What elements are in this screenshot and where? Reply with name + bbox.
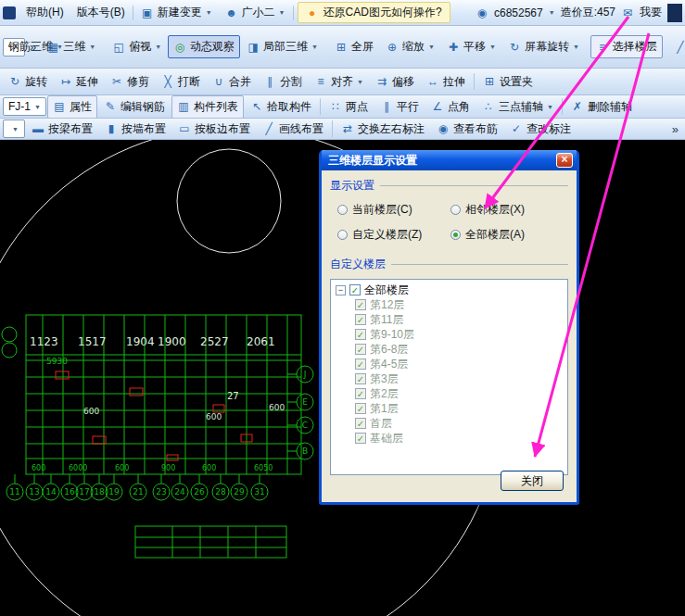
tree-floor-item[interactable]: ✓ 第11层 [336,312,567,327]
toolbar-separator [320,98,321,115]
menu-more[interactable]: 我要 [640,5,662,20]
toolbar-button[interactable]: ∷ 两点 [323,95,374,119]
toolbar-button[interactable]: ∠ 点角 [425,95,476,119]
toolbar-button[interactable]: ⇉ 偏移 [370,70,420,94]
toolbar-button[interactable]: ∥ 分割 [258,70,308,94]
toolbar-button[interactable]: ▦ 三维 ▼ [41,35,101,58]
tree-floor-item[interactable]: ✓ 第6-8层 [336,342,567,357]
tree-floor-item[interactable]: ✓ 第4-5层 [336,357,567,371]
toolbar-button[interactable]: ▭ 按板边布置 [172,119,256,140]
plan-red-marks [56,371,252,460]
toolbar-button[interactable]: ✓ 查改标注 [504,119,577,140]
radio-option[interactable]: 相邻楼层(X) [450,202,564,218]
toolbar-button[interactable]: ◉ 查看布筋 [431,119,503,140]
radio-option[interactable]: 自定义楼层(Z) [337,227,450,243]
dim-label: 1904 [126,335,155,348]
points-badge[interactable]: 造价豆:457 [561,5,615,20]
pick-component-icon: ↖ [250,101,263,112]
tree-floor-item[interactable]: ✓ 第1层 [336,401,567,416]
toolbar-button[interactable]: ∴ 三点辅轴 ▼ [476,95,559,119]
toolbar-button[interactable]: ▤ 属性 [47,95,97,119]
dim-label: 600 [269,403,285,412]
toolbar-button[interactable]: ⇄ 交换左右标注 [336,119,430,140]
checkbox-checked-icon: ✓ [355,358,366,370]
toolbar-button[interactable]: ◱ 俯视 ▼ [107,35,167,58]
tree-floor-item[interactable]: ✓ 第3层 [336,371,567,386]
toolbar-button[interactable]: ▬ 按梁布置 [26,119,98,140]
toolbar-button[interactable]: ↻ 旋转 [3,70,53,94]
toolbar-button[interactable]: ∥ 平行 [374,95,425,119]
toolbar-overflow-chevron[interactable]: » [668,122,682,136]
radio-option[interactable]: 全部楼层(A) [450,227,564,243]
placement-combo[interactable]: ▼ [3,119,25,138]
trim-icon: ✂ [110,76,123,87]
close-button[interactable]: 关闭 [501,471,564,491]
tree-floor-item[interactable]: ✓ 基础层 [336,431,567,446]
toolbar-button[interactable]: ◨ 局部三维 ▼ [241,35,323,58]
toolbar-button[interactable]: ⊞ 设置夹 [477,70,539,94]
toolbar-button[interactable]: ≡ 对齐 ▼ [309,70,369,94]
toolbar-overflow-chevron[interactable]: » [26,40,40,54]
radio-option[interactable]: 当前楼层(C) [337,202,450,218]
dim-label: 600 [202,464,216,472]
checkbox-checked-icon: ✓ [355,373,366,384]
zoom-icon: ⊕ [386,42,399,53]
help-notification[interactable]: ● 还原CAD图元如何操作? [298,2,450,23]
chevron-down-icon[interactable]: ▼ [549,9,555,16]
toolbar-button[interactable]: ↻ 屏幕旋转 ▼ [502,35,585,58]
tree-floor-item[interactable]: ✓ 首层 [336,416,567,431]
toolbar-button[interactable]: ╱ 线 [668,35,685,58]
toolbar-button[interactable]: ↖ 拾取构件 [245,95,317,119]
checkbox-checked-icon[interactable]: ✓ [349,284,361,295]
collapse-icon[interactable]: − [336,285,346,295]
rotate-icon: ↻ [8,76,21,87]
toolbar-button[interactable]: ∪ 合并 [207,70,257,94]
tree-floor-item[interactable]: ✓ 第2层 [336,386,567,401]
floor-display-dialog: 三维楼层显示设置 × 显示设置 当前楼层(C) 相邻楼层(X) [319,150,579,505]
menu-item[interactable]: 版本号(B) [71,2,131,23]
toolbar-button[interactable]: ↔ 拉伸 [421,70,471,94]
component-type-value: FJ-1 [8,100,31,113]
rebar-3d-combo[interactable]: 钢筋三维 ▼ [3,38,25,57]
checkbox-checked-icon: ✓ [355,329,366,340]
toolbar-button[interactable]: ≡ 选择楼层 [590,35,663,58]
parallel-icon: ∥ [380,101,393,112]
menu-item[interactable]: 帮助(H) [20,2,70,23]
toolbar-button-label: 全屏 [351,39,374,55]
toolbar-button[interactable]: ╱ 画线布置 [257,119,329,140]
axis-label: 17 [79,487,89,497]
toolbar-button-label: 选择楼层 [613,39,657,55]
section-label: 自定义楼层 [330,257,386,272]
axis-label: B [302,446,308,456]
dimension-labels-green: 5930 600 6000 600 900 600 6050 [32,357,273,472]
axis-label: 21 [133,487,143,497]
toolbar-button[interactable]: ✚ 平移 ▼ [441,35,501,58]
user-account[interactable]: c6852567 [494,6,543,19]
tree-floor-item[interactable]: ✓ 第12层 [336,297,567,312]
axis-label: 16 [64,487,75,497]
menu-item-label: 版本号(B) [77,5,125,20]
toolbar-button[interactable]: ╳ 打断 [156,70,206,94]
notification-text: 还原CAD图元如何操作? [323,5,442,20]
floor-tree[interactable]: − ✓ 全部楼层 ✓ 第12层 ✓ 第11层 ✓ 第9-10层 [330,279,568,475]
menu-item[interactable]: ☻ 广小二 ▼ [220,2,291,23]
toolbar-button[interactable]: ⊕ 缩放 ▼ [380,35,440,58]
select-floor-icon: ≡ [596,42,609,53]
toolbar-button[interactable]: ✎ 编辑钢筋 [98,95,171,119]
chevron-down-icon: ▼ [12,126,19,132]
tree-floor-item[interactable]: ✓ 第9-10层 [336,327,567,342]
toolbar-button[interactable]: ▥ 构件列表 [171,95,244,119]
dialog-titlebar[interactable]: 三维楼层显示设置 × [322,150,577,170]
toolbar-button[interactable]: ↦ 延伸 [54,70,104,94]
toolbar-button[interactable]: ◎ 动态观察 [168,35,240,58]
chat-icon[interactable]: ✉ [621,7,634,19]
toolbar-button[interactable]: ▮ 按墙布置 [99,119,171,140]
toolbar-button[interactable]: ⊞ 全屏 [329,35,379,58]
menu-item[interactable]: ▣ 新建变更 ▼ [135,2,218,23]
component-type-combo[interactable]: FJ-1 ▼ [3,97,46,116]
dialog-close-icon[interactable]: × [556,153,573,168]
tree-root-row[interactable]: − ✓ 全部楼层 [336,283,567,297]
drawing-area[interactable]: 1123 1517 1904 1900 2527 2061 27 600 600… [0,140,685,616]
toolbar-button[interactable]: ✂ 修剪 [105,70,155,94]
toolbar-button[interactable]: ✗ 删除辅轴 [565,95,638,119]
